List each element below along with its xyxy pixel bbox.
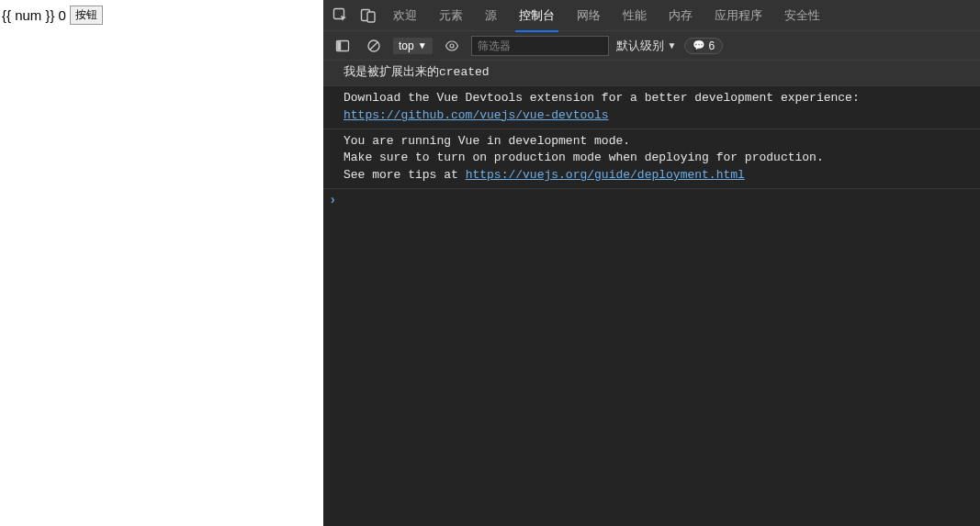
devtools-tab-bar: 欢迎 元素 源 控制台 网络 性能 内存 应用程序 安全性 (323, 0, 980, 31)
log-level-label: 默认级别 (616, 38, 664, 54)
inspect-element-icon[interactable] (327, 2, 355, 29)
chevron-right-icon: › (329, 193, 344, 207)
console-output: 我是被扩展出来的createdDownload the Vue Devtools… (323, 61, 980, 526)
log-level-selector[interactable]: 默认级别 ▼ (616, 38, 677, 54)
console-link[interactable]: https://github.com/vuejs/vue-devtools (344, 108, 609, 122)
info-count-badge[interactable]: 💬 6 (684, 38, 724, 54)
tab-network[interactable]: 网络 (566, 0, 612, 31)
tab-memory[interactable]: 内存 (658, 0, 704, 31)
context-label: top (399, 39, 414, 52)
tab-application[interactable]: 应用程序 (704, 0, 773, 31)
context-selector[interactable]: top ▼ (393, 38, 433, 54)
svg-point-7 (450, 44, 454, 48)
console-text: You are running Vue in development mode. (344, 134, 630, 148)
console-link[interactable]: https://vuejs.org/guide/deployment.html (466, 168, 745, 182)
console-prompt[interactable]: › (323, 189, 980, 211)
svg-line-6 (370, 42, 377, 50)
caret-down-icon: ▼ (418, 40, 427, 50)
eye-icon[interactable] (440, 34, 464, 58)
svg-rect-4 (337, 41, 341, 50)
tab-elements[interactable]: 元素 (428, 0, 474, 31)
device-toggle-icon[interactable] (355, 2, 382, 29)
console-text: 我是被扩展出来的created (344, 65, 490, 79)
tab-welcome[interactable]: 欢迎 (382, 0, 428, 31)
rendered-page: {{ num }} 0 按钮 (0, 0, 323, 526)
console-toolbar: top ▼ 默认级别 ▼ 💬 6 (323, 31, 980, 61)
page-button[interactable]: 按钮 (70, 6, 103, 25)
console-text: Make sure to turn on production mode whe… (344, 151, 824, 164)
filter-input[interactable] (471, 36, 609, 56)
clear-console-icon[interactable] (362, 34, 386, 58)
template-placeholder: {{ num }} (2, 7, 55, 23)
console-log-entry: You are running Vue in development mode.… (323, 129, 980, 190)
tab-performance[interactable]: 性能 (612, 0, 658, 31)
caret-down-icon: ▼ (668, 40, 677, 50)
toggle-sidebar-icon[interactable] (331, 34, 355, 58)
console-log-entry: Download the Vue Devtools extension for … (323, 86, 980, 129)
svg-rect-2 (367, 12, 375, 22)
rendered-value: 0 (59, 7, 66, 23)
devtools-panel: 欢迎 元素 源 控制台 网络 性能 内存 应用程序 安全性 top ▼ (323, 0, 980, 526)
console-text: Download the Vue Devtools extension for … (344, 91, 860, 105)
tab-security[interactable]: 安全性 (773, 0, 831, 31)
tab-console[interactable]: 控制台 (508, 0, 566, 31)
tab-sources[interactable]: 源 (474, 0, 508, 31)
info-count: 6 (709, 39, 715, 52)
console-log-entry: 我是被扩展出来的created (323, 61, 980, 86)
message-icon: 💬 (693, 39, 705, 51)
